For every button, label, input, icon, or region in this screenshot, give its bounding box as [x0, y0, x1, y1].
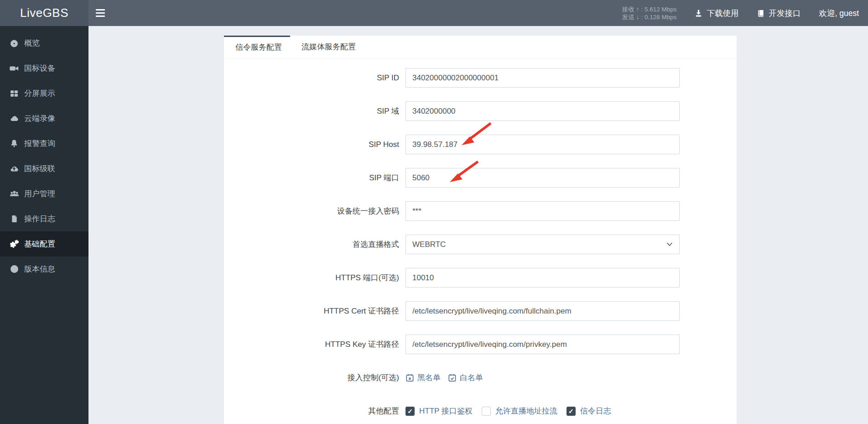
bell-icon: [8, 139, 20, 148]
form-row-sip-domain: SIP 域: [224, 101, 737, 121]
sidebar-item-overview[interactable]: 概览: [0, 31, 88, 56]
app-logo[interactable]: LiveGBS: [0, 0, 88, 26]
checkbox-icon[interactable]: ✓: [482, 407, 491, 416]
main-content: 信令服务配置 流媒体服务配置 SIP ID SIP 域 SIP Host SIP…: [88, 26, 868, 424]
whitelist-link[interactable]: 白名单: [448, 372, 483, 383]
form-row-device-password: 设备统一接入密码: [224, 201, 737, 221]
cloud-upload-icon: [8, 164, 20, 174]
sidebar: 概览 国标设备 分屏展示 云端录像 报警查询: [0, 26, 88, 424]
gears-icon: [8, 239, 20, 249]
http-api-auth-checkbox[interactable]: ✓ HTTP 接口鉴权: [405, 406, 473, 416]
sidebar-item-basic-config[interactable]: 基础配置: [0, 231, 88, 256]
form-row-sip-id: SIP ID: [224, 68, 737, 88]
https-cert-label: HTTPS Cert 证书路径: [224, 306, 399, 316]
hamburger-icon: [96, 9, 105, 10]
arrow-down-icon: ↓: [636, 13, 639, 21]
book-icon: [757, 9, 764, 17]
form-row-https-key: HTTPS Key 证书路径: [224, 335, 737, 354]
config-card: 信令服务配置 流媒体服务配置 SIP ID SIP 域 SIP Host SIP…: [224, 36, 737, 424]
form-row-sip-host: SIP Host: [224, 135, 737, 154]
https-cert-path-input[interactable]: [405, 301, 680, 321]
sip-port-label: SIP 端口: [224, 173, 399, 183]
device-access-password-input[interactable]: [405, 201, 680, 221]
file-icon: [8, 214, 20, 224]
form-row-other-config: 其他配置 ✓ HTTP 接口鉴权 ✓ 允许直播地址拉流 ✓ 信令日志: [224, 401, 737, 421]
signaling-log-checkbox[interactable]: ✓ 信令日志: [567, 406, 611, 416]
checkbox-icon[interactable]: ✓: [567, 407, 576, 416]
grid-icon: [8, 89, 20, 98]
cloud-icon: [8, 114, 20, 124]
sidebar-item-split-screen[interactable]: 分屏展示: [0, 81, 88, 106]
form-row-https-port: HTTPS 端口(可选): [224, 268, 737, 288]
sidebar-item-gb-devices[interactable]: 国标设备: [0, 56, 88, 81]
https-key-label: HTTPS Key 证书路径: [224, 339, 399, 350]
tab-bar: 信令服务配置 流媒体服务配置: [224, 36, 737, 59]
sip-port-input[interactable]: [405, 168, 680, 188]
preferred-format-select[interactable]: WEBRTC: [405, 235, 680, 254]
https-port-input[interactable]: [405, 268, 680, 288]
device-password-label: 设备统一接入密码: [224, 206, 399, 216]
form-row-https-cert: HTTPS Cert 证书路径: [224, 301, 737, 321]
sip-domain-label: SIP 域: [224, 106, 399, 116]
sidebar-toggle-button[interactable]: [88, 0, 112, 26]
send-rate: 发送 ↓ : 0.128 Mbps: [622, 13, 677, 21]
https-key-path-input[interactable]: [405, 335, 680, 354]
signaling-config-form: SIP ID SIP 域 SIP Host SIP 端口 设备统一接入密码 首选…: [224, 59, 737, 421]
users-icon: [8, 189, 20, 199]
access-control-label: 接入控制(可选): [224, 372, 399, 383]
https-port-label: HTTPS 端口(可选): [224, 272, 399, 283]
chevron-down-icon: [666, 242, 673, 246]
sidebar-item-gb-cascade[interactable]: 国标级联: [0, 156, 88, 181]
video-camera-icon: [8, 63, 20, 73]
arrow-up-icon: ↑: [636, 5, 639, 13]
ring-icon: [8, 264, 20, 274]
blacklist-link[interactable]: 黑名单: [405, 372, 441, 383]
sidebar-item-operation-log[interactable]: 操作日志: [0, 206, 88, 231]
sidebar-menu: 概览 国标设备 分屏展示 云端录像 报警查询: [0, 26, 88, 282]
traffic-stats: 接收 ↑ : 5.612 Mbps 发送 ↓ : 0.128 Mbps: [622, 5, 677, 21]
sip-host-input[interactable]: [405, 135, 680, 154]
receive-rate: 接收 ↑ : 5.612 Mbps: [622, 5, 677, 13]
sip-id-label: SIP ID: [224, 73, 399, 83]
form-row-sip-port: SIP 端口: [224, 168, 737, 188]
sidebar-item-alarm-query[interactable]: 报警查询: [0, 131, 88, 156]
form-row-preferred-format: 首选直播格式 WEBRTC: [224, 235, 737, 254]
calendar-x-icon: [405, 373, 414, 382]
download-icon: [695, 9, 702, 17]
gauge-icon: [8, 38, 20, 48]
api-docs-link[interactable]: 开发接口: [757, 8, 800, 19]
checkbox-icon[interactable]: ✓: [405, 407, 415, 416]
form-row-access-control: 接入控制(可选) 黑名单 白名单: [224, 368, 737, 387]
welcome-user[interactable]: 欢迎, guest: [819, 8, 859, 19]
allow-pull-stream-checkbox[interactable]: ✓ 允许直播地址拉流: [482, 406, 557, 416]
calendar-check-icon: [448, 373, 457, 382]
tab-media-config[interactable]: 流媒体服务配置: [290, 36, 367, 58]
tab-signaling-config[interactable]: 信令服务配置: [224, 36, 290, 58]
download-link[interactable]: 下载使用: [695, 8, 738, 19]
sip-id-input[interactable]: [405, 68, 680, 88]
sidebar-item-version-info[interactable]: 版本信息: [0, 256, 88, 282]
sidebar-item-cloud-recording[interactable]: 云端录像: [0, 106, 88, 131]
top-navbar: LiveGBS 接收 ↑ : 5.612 Mbps 发送 ↓ : 0.128 M…: [0, 0, 868, 26]
sip-host-label: SIP Host: [224, 140, 399, 149]
preferred-format-label: 首选直播格式: [224, 239, 399, 250]
sidebar-item-user-management[interactable]: 用户管理: [0, 181, 88, 206]
other-config-label: 其他配置: [224, 406, 399, 416]
sip-domain-input[interactable]: [405, 101, 680, 121]
